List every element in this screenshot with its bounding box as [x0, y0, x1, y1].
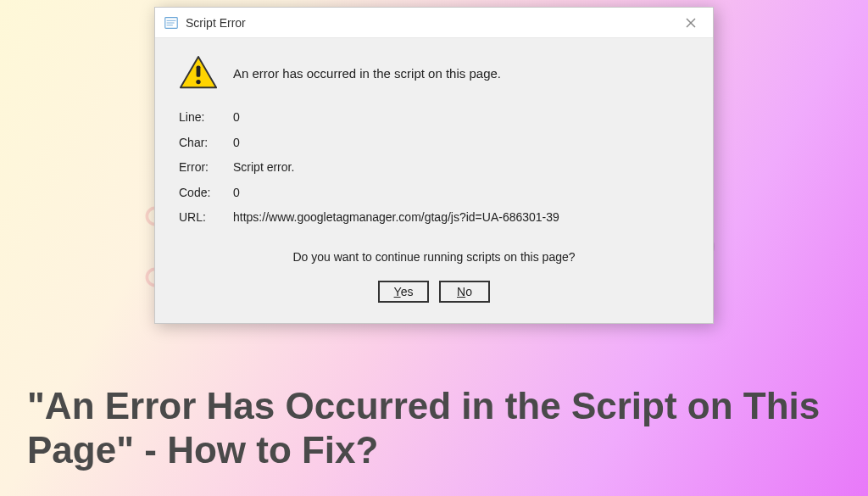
warning-icon	[179, 55, 218, 91]
dialog-body: An error has occurred in the script on t…	[155, 38, 713, 323]
value-url: https://www.googletagmanager.com/gtag/js…	[233, 209, 689, 226]
label-char: Char:	[179, 135, 233, 152]
value-error: Script error.	[233, 159, 689, 176]
continue-prompt: Do you want to continue running scripts …	[179, 250, 689, 264]
close-button[interactable]	[677, 11, 704, 35]
article-headline: "An Error Has Occurred in the Script on …	[27, 384, 834, 472]
value-char: 0	[233, 135, 689, 152]
button-row: Yes No	[179, 281, 689, 303]
titlebar: Script Error	[155, 8, 713, 38]
label-url: URL:	[179, 209, 233, 226]
yes-button[interactable]: Yes	[378, 281, 429, 303]
label-code: Code:	[179, 185, 233, 202]
value-line: 0	[233, 109, 689, 126]
dialog-title: Script Error	[186, 16, 677, 30]
no-button[interactable]: No	[439, 281, 490, 303]
error-heading: An error has occurred in the script on t…	[233, 66, 501, 81]
script-icon	[164, 15, 179, 31]
svg-rect-18	[197, 65, 201, 76]
close-icon	[686, 18, 696, 28]
value-code: 0	[233, 185, 689, 202]
script-error-dialog: Script Error An error has occurred in th…	[154, 7, 714, 324]
svg-point-19	[196, 80, 200, 84]
label-error: Error:	[179, 159, 233, 176]
label-line: Line:	[179, 109, 233, 126]
